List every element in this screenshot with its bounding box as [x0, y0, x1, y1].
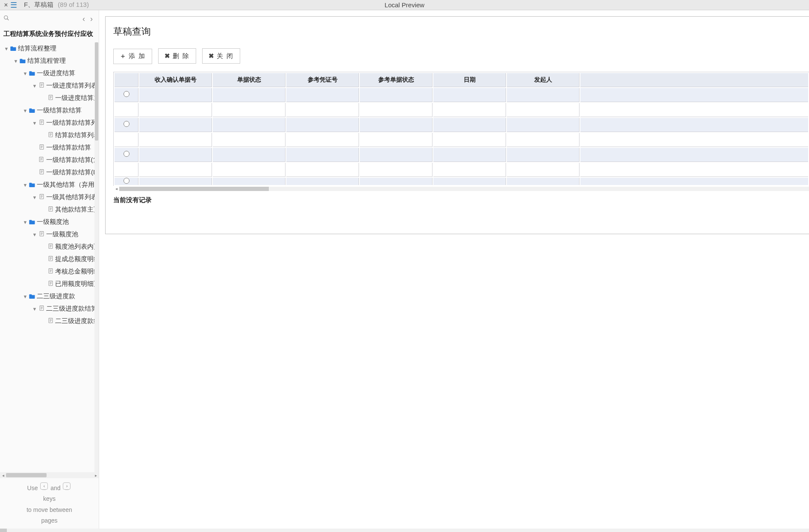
cell[interactable]: [433, 148, 506, 162]
cell[interactable]: [360, 133, 432, 147]
tree-item[interactable]: ▼结算流程管理: [1, 55, 99, 67]
cell[interactable]: [507, 133, 580, 147]
cell[interactable]: [507, 88, 580, 102]
cell[interactable]: [433, 88, 506, 102]
close-button[interactable]: ✖ 关 闭: [202, 48, 240, 64]
cell[interactable]: [139, 118, 212, 132]
caret-down-icon[interactable]: ▼: [13, 59, 19, 64]
hamburger-icon[interactable]: ☰: [10, 0, 21, 10]
tree-item[interactable]: ▼一级进度结算列表: [1, 79, 99, 92]
tree-item[interactable]: 其他款结算主页: [1, 203, 99, 216]
next-page-icon[interactable]: ›: [88, 15, 95, 24]
search-icon[interactable]: [3, 15, 9, 23]
cell[interactable]: [139, 88, 212, 102]
row-radio[interactable]: [124, 121, 129, 127]
cell[interactable]: [433, 103, 506, 117]
tree-item[interactable]: 一级进度结算主: [1, 92, 99, 104]
tree-item[interactable]: 提成总额度明细: [1, 253, 99, 265]
cell[interactable]: [213, 178, 285, 185]
tree-item[interactable]: ▼一级其他结算（弃用: [1, 179, 99, 191]
tree-item[interactable]: ▼二三级进度款: [1, 290, 99, 303]
cell[interactable]: [286, 133, 359, 147]
tree-item[interactable]: ▼一级结算款结算列: [1, 117, 99, 129]
grid-header[interactable]: 参考单据状态: [360, 73, 432, 87]
cell[interactable]: [286, 178, 359, 185]
tree-item[interactable]: ▼一级其他结算列表: [1, 191, 99, 203]
table-row[interactable]: [115, 148, 808, 162]
cell[interactable]: [286, 118, 359, 132]
tree-item[interactable]: 一级结算款结算(D: [1, 166, 99, 179]
table-row[interactable]: [115, 88, 808, 102]
cell[interactable]: [360, 148, 432, 162]
caret-down-icon[interactable]: ▼: [32, 83, 38, 88]
prev-page-icon[interactable]: ‹: [80, 15, 88, 24]
cell[interactable]: [286, 103, 359, 117]
caret-down-icon[interactable]: ▼: [3, 46, 9, 51]
tree-item[interactable]: ▼一级结算款结算: [1, 104, 99, 117]
tree-item[interactable]: 已用额度明细页: [1, 278, 99, 290]
table-row[interactable]: [115, 178, 808, 185]
delete-button[interactable]: ✖ 删 除: [158, 48, 196, 64]
row-radio[interactable]: [124, 178, 129, 184]
caret-down-icon[interactable]: ▼: [22, 220, 28, 225]
tree-item[interactable]: ▼一级进度结算: [1, 67, 99, 79]
add-button[interactable]: ＋ 添 加: [113, 49, 152, 64]
cell[interactable]: [213, 103, 285, 117]
cell[interactable]: [139, 163, 212, 177]
tree-item[interactable]: 一级结算款结算(复: [1, 154, 99, 166]
tree-item[interactable]: ▼一级额度池: [1, 228, 99, 241]
cell[interactable]: [286, 163, 359, 177]
cell[interactable]: [507, 178, 580, 185]
cell[interactable]: [507, 148, 580, 162]
caret-down-icon[interactable]: ▼: [22, 108, 28, 113]
sidebar-scrollbar-horizontal[interactable]: ◂ ▸: [0, 472, 99, 478]
cell-select[interactable]: [115, 133, 138, 147]
row-radio[interactable]: [124, 151, 129, 157]
tree-item[interactable]: ▼一级额度池: [1, 216, 99, 228]
table-row[interactable]: [115, 103, 808, 117]
grid-header[interactable]: 发起人: [507, 73, 580, 87]
caret-down-icon[interactable]: ▼: [32, 306, 38, 312]
caret-down-icon[interactable]: ▼: [22, 182, 28, 188]
tree-item[interactable]: ▼结算流程整理: [1, 42, 99, 55]
grid-header[interactable]: 参考凭证号: [286, 73, 359, 87]
breadcrumb[interactable]: F、草稿箱 (89 of 113): [24, 1, 89, 9]
cell[interactable]: [139, 178, 212, 185]
chevron-right-icon[interactable]: ▸: [93, 473, 99, 478]
grid-header[interactable]: 日期: [433, 73, 506, 87]
tree-item[interactable]: 考核总金额明细: [1, 265, 99, 278]
grid-scrollbar-horizontal[interactable]: ◂: [113, 186, 809, 192]
cell[interactable]: [507, 118, 580, 132]
cell-select[interactable]: [115, 178, 138, 185]
cell[interactable]: [507, 163, 580, 177]
tree-item[interactable]: 一级结算款结算（: [1, 141, 99, 154]
window-scrollbar-horizontal[interactable]: [0, 529, 809, 532]
chevron-left-icon[interactable]: ◂: [0, 473, 6, 478]
caret-down-icon[interactable]: ▼: [32, 195, 38, 200]
caret-down-icon[interactable]: ▼: [32, 121, 38, 126]
chevron-left-icon[interactable]: ◂: [113, 186, 119, 191]
cell[interactable]: [360, 163, 432, 177]
cell[interactable]: [213, 163, 285, 177]
cell[interactable]: [360, 118, 432, 132]
grid-header[interactable]: 单据状态: [213, 73, 285, 87]
cell[interactable]: [139, 103, 212, 117]
cell-select[interactable]: [115, 163, 138, 177]
cell[interactable]: [433, 178, 506, 185]
tree-item[interactable]: ▼二三级进度款结算: [1, 303, 99, 315]
table-row[interactable]: [115, 163, 808, 177]
caret-down-icon[interactable]: ▼: [22, 294, 28, 299]
cell[interactable]: [433, 118, 506, 132]
cell[interactable]: [360, 178, 432, 185]
caret-down-icon[interactable]: ▼: [22, 71, 28, 76]
tree-item[interactable]: 额度池列表内页: [1, 241, 99, 253]
cell[interactable]: [213, 148, 285, 162]
close-icon[interactable]: ×: [2, 1, 10, 9]
cell-select[interactable]: [115, 103, 138, 117]
cell[interactable]: [507, 103, 580, 117]
cell[interactable]: [433, 133, 506, 147]
cell[interactable]: [286, 148, 359, 162]
table-row[interactable]: [115, 133, 808, 147]
cell[interactable]: [433, 163, 506, 177]
cell[interactable]: [213, 133, 285, 147]
